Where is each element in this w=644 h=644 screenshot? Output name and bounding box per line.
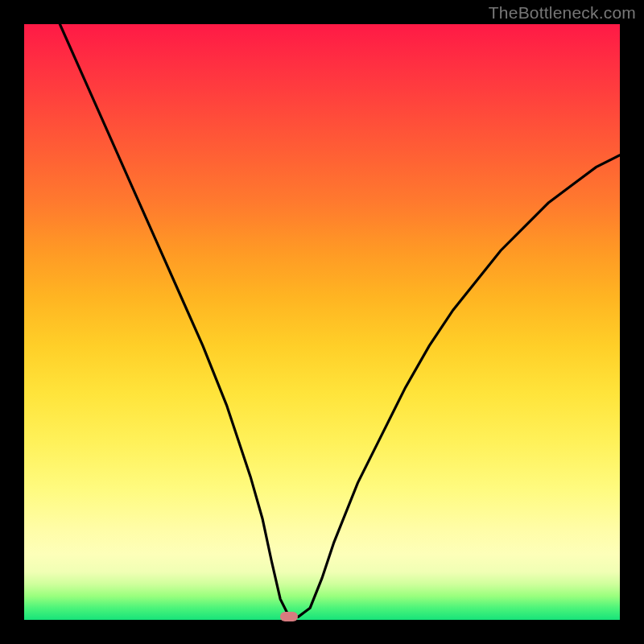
watermark-text: TheBottleneck.com [489, 3, 636, 23]
curve-svg [24, 24, 620, 620]
plot-area [24, 24, 620, 620]
chart-frame: TheBottleneck.com [0, 0, 644, 644]
optimal-point-marker [280, 612, 298, 621]
bottleneck-curve [60, 24, 620, 617]
